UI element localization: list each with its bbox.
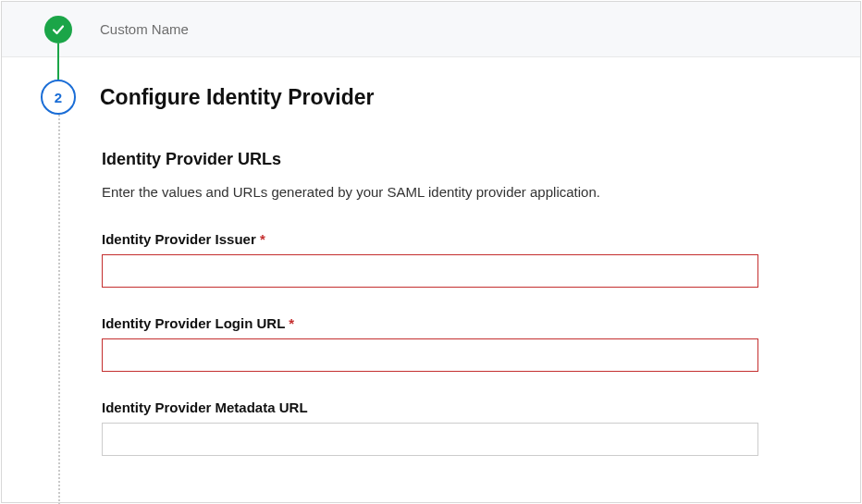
checkmark-icon <box>51 22 66 37</box>
section-title: Identity Provider URLs <box>102 150 758 169</box>
field-metadata-url: Identity Provider Metadata URL <box>102 400 758 456</box>
metadata-url-label-text: Identity Provider Metadata URL <box>102 400 308 415</box>
login-url-input[interactable] <box>102 338 758 372</box>
issuer-input[interactable] <box>102 254 758 288</box>
step2-indicator: 2 <box>41 80 76 115</box>
step2-title: Configure Identity Provider <box>100 85 374 110</box>
section-description: Enter the values and URLs generated by y… <box>102 184 758 200</box>
step1-header[interactable]: Custom Name <box>2 2 860 57</box>
issuer-label-text: Identity Provider Issuer <box>102 231 256 247</box>
required-indicator: * <box>260 231 265 247</box>
field-issuer: Identity Provider Issuer * <box>102 231 758 288</box>
login-url-label-text: Identity Provider Login URL <box>102 315 285 331</box>
metadata-url-label: Identity Provider Metadata URL <box>102 400 758 415</box>
field-login-url: Identity Provider Login URL * <box>102 315 758 372</box>
login-url-label: Identity Provider Login URL * <box>102 315 758 331</box>
content-area: Identity Provider URLs Enter the values … <box>2 115 860 456</box>
step-dotted-line <box>58 111 60 504</box>
wizard-container: Custom Name 2 Configure Identity Provide… <box>1 1 861 503</box>
step2-header: 2 Configure Identity Provider <box>2 57 860 115</box>
step2-number: 2 <box>55 90 62 105</box>
metadata-url-input[interactable] <box>102 423 758 456</box>
issuer-label: Identity Provider Issuer * <box>102 231 758 247</box>
step1-label: Custom Name <box>100 21 189 37</box>
required-indicator: * <box>289 315 294 331</box>
step1-complete-indicator <box>44 16 72 43</box>
